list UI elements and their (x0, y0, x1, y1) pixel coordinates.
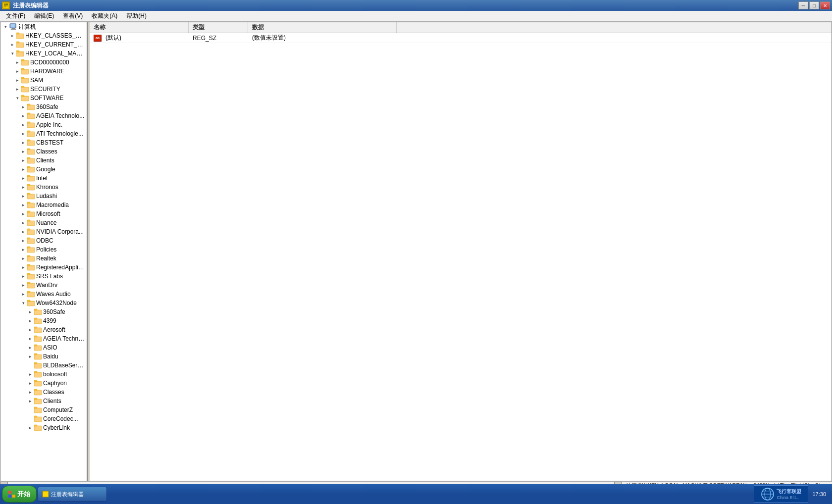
tree-item[interactable]: ▸ 4399 (0, 316, 87, 325)
tree-item[interactable]: ▸ Baidu (0, 352, 87, 361)
expand-button[interactable]: ▸ (13, 58, 21, 66)
menu-edit[interactable]: 编辑(E) (30, 11, 58, 21)
tree-item[interactable]: ▸ ASIO (0, 343, 87, 352)
tree-item[interactable]: ▸ Caphyon (0, 379, 87, 388)
expand-button[interactable]: ▸ (19, 228, 27, 236)
expand-button[interactable]: ▸ (26, 353, 34, 360)
tree-item[interactable]: ComputerZ (0, 405, 87, 414)
tree-item[interactable]: ▸ Waves Audio (0, 290, 87, 299)
tree-item[interactable]: ▸ WanDrv (0, 281, 87, 290)
tree-item[interactable]: CoreCodec... (0, 414, 87, 423)
expand-button[interactable]: ▸ (19, 210, 27, 218)
tree-item[interactable]: ▸ Aerosoft (0, 325, 87, 334)
tree-item[interactable]: ▸ Classes (0, 388, 87, 397)
tree-item[interactable]: ▸ SRS Labs (0, 272, 87, 281)
expand-button[interactable]: ▸ (19, 174, 27, 182)
expand-button[interactable]: ▸ (19, 290, 27, 298)
menu-file[interactable]: 文件(F) (2, 11, 29, 21)
expand-button[interactable]: ▾ (13, 94, 21, 102)
tree-item[interactable]: ▸ Intel (0, 174, 87, 183)
tree-item[interactable]: ▸ Apple Inc. (0, 120, 87, 129)
expand-button[interactable]: ▸ (8, 32, 16, 40)
tree-item[interactable]: ▸ 360Safe (0, 307, 87, 316)
expand-button[interactable]: ▸ (26, 379, 34, 387)
expand-button[interactable]: ▸ (26, 335, 34, 343)
maximize-button[interactable]: □ (809, 1, 819, 9)
tree-item[interactable]: ▸ HKEY_CLASSES_ROOT (0, 31, 87, 40)
expand-button[interactable]: ▸ (26, 344, 34, 352)
menu-help[interactable]: 帮助(H) (122, 11, 151, 21)
tree-item[interactable]: ▸ SECURITY (0, 85, 87, 94)
tree-item[interactable]: ▸ HKEY_CURRENT_USER (0, 40, 87, 49)
tree-item[interactable]: ▸ Nuance (0, 218, 87, 227)
expand-button[interactable]: ▸ (19, 254, 27, 262)
expand-button[interactable]: ▸ (19, 237, 27, 245)
tree-item[interactable]: ▸ HARDWARE (0, 67, 87, 76)
expand-button[interactable]: ▸ (26, 388, 34, 396)
tree-item[interactable]: ▸ Microsoft (0, 209, 87, 218)
tree-item[interactable]: ▸ Clients (0, 397, 87, 405)
expand-button[interactable]: ▸ (26, 370, 34, 378)
menu-view[interactable]: 查看(V) (59, 11, 87, 21)
tree-item[interactable]: ▾ Wow6432Node (0, 299, 87, 307)
expand-button[interactable]: ▸ (19, 201, 27, 209)
tree-item[interactable]: ▸ Realtek (0, 254, 87, 263)
expand-button[interactable]: ▸ (19, 148, 27, 155)
tree-item[interactable]: ▸ AGEIA Techno... (0, 334, 87, 343)
tree-item[interactable]: ▸ Macromedia (0, 201, 87, 209)
menu-favorites[interactable]: 收藏夹(A) (88, 11, 121, 21)
tree-item[interactable]: ▸ NVIDIA Corpora... (0, 227, 87, 236)
expand-button[interactable]: ▸ (19, 103, 27, 111)
expand-button[interactable]: ▸ (19, 246, 27, 253)
minimize-button[interactable]: ─ (798, 1, 808, 9)
expand-button[interactable]: ▸ (19, 139, 27, 147)
tree-item[interactable]: ▸ Clients (0, 156, 87, 165)
start-button[interactable]: 开始 (2, 486, 37, 503)
tree-item[interactable]: ▸ CyberLink (0, 423, 87, 432)
expand-button[interactable]: ▸ (26, 317, 34, 325)
expand-button[interactable]: ▸ (19, 165, 27, 173)
tree-item[interactable]: ▾ 计算机 (0, 22, 87, 31)
table-row[interactable]: ab (默认) REG_SZ (数值未设置) (90, 33, 832, 43)
expand-button[interactable]: ▸ (19, 281, 27, 289)
tree-item[interactable]: ▸ BCD00000000 (0, 58, 87, 67)
expand-button[interactable]: ▾ (8, 50, 16, 57)
expand-button[interactable]: ▸ (19, 263, 27, 271)
expand-button[interactable]: ▸ (26, 326, 34, 334)
expand-button[interactable]: ▸ (19, 121, 27, 129)
expand-button[interactable]: ▸ (26, 308, 34, 316)
expand-button[interactable]: ▸ (19, 183, 27, 191)
expand-button[interactable]: ▸ (19, 219, 27, 227)
close-button[interactable]: ✕ (820, 1, 830, 9)
tree-item[interactable]: ▸ Ludashi (0, 192, 87, 201)
registry-tree[interactable]: ▾ 计算机▸ HKEY_CLASSES_ROOT▸ HKEY_CURRENT_U… (0, 22, 87, 481)
tree-item[interactable]: ▾ HKEY_LOCAL_MACHINE (0, 49, 87, 58)
tree-item[interactable]: ▸ Google (0, 165, 87, 174)
expand-button[interactable]: ▸ (19, 272, 27, 280)
tree-item[interactable]: ▸ ODBC (0, 236, 87, 245)
expand-button[interactable]: ▾ (19, 299, 27, 307)
expand-button[interactable]: ▾ (1, 23, 9, 31)
tree-item[interactable]: ▸ boloosoft (0, 370, 87, 379)
expand-button[interactable]: ▸ (8, 41, 16, 49)
tree-item[interactable]: ▸ SAM (0, 76, 87, 85)
tree-item[interactable]: ▸ Policies (0, 245, 87, 254)
taskbar-task-regedit[interactable]: 注册表编辑器 (38, 487, 107, 502)
tree-item[interactable]: ▸ Khronos (0, 183, 87, 192)
expand-button[interactable]: ▸ (19, 130, 27, 138)
china-elit-logo[interactable]: 飞行客联盟 China Elit... (754, 485, 808, 503)
tree-item[interactable]: ▾ SOFTWARE (0, 94, 87, 102)
expand-button[interactable]: ▸ (13, 85, 21, 93)
expand-button[interactable]: ▸ (13, 67, 21, 75)
tree-item[interactable]: ▸ CBSTEST (0, 138, 87, 147)
expand-button[interactable]: ▸ (26, 424, 34, 432)
expand-button[interactable]: ▸ (26, 397, 34, 405)
expand-button[interactable]: ▸ (13, 76, 21, 84)
tree-item[interactable]: ▸ 360Safe (0, 102, 87, 111)
expand-button[interactable]: ▸ (19, 192, 27, 200)
tree-item[interactable]: ▸ AGEIA Technolo... (0, 111, 87, 120)
tree-item[interactable]: ▸ ATI Technologie... (0, 129, 87, 138)
expand-button[interactable]: ▸ (19, 112, 27, 120)
tree-item[interactable]: BLDBaseServ... (0, 361, 87, 370)
expand-button[interactable]: ▸ (19, 156, 27, 164)
